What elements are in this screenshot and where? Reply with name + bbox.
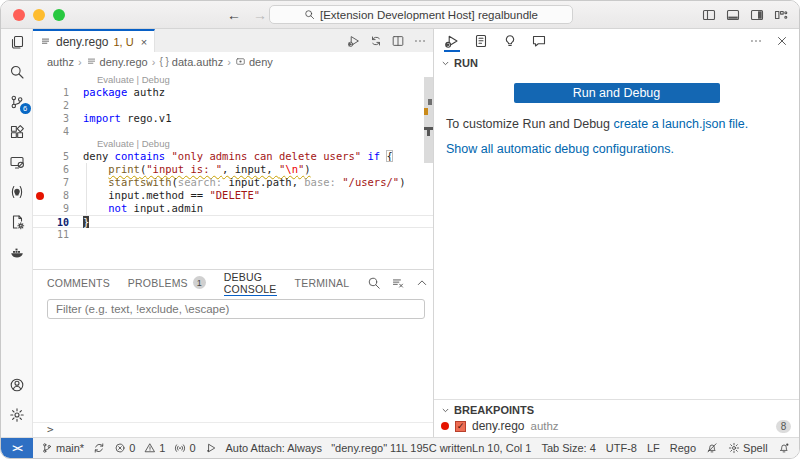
status-item-sync[interactable] — [93, 442, 105, 454]
remote-indicator[interactable]: >< — [1, 438, 33, 458]
side-panel-view-lightbulb[interactable] — [502, 30, 518, 52]
clear-console-icon[interactable] — [391, 276, 405, 290]
code-line-2[interactable] — [69, 99, 433, 112]
code-line-11[interactable] — [69, 228, 433, 241]
glyph-margin[interactable] — [33, 228, 46, 241]
close-window-button[interactable] — [13, 9, 25, 21]
run-debug-icon[interactable] — [347, 34, 361, 48]
tab-deny-rego[interactable]: deny.rego 1, U × — [33, 29, 155, 52]
side-panel-view-run-and-debug[interactable] — [444, 30, 460, 52]
activity-item-source-control[interactable]: 6 — [3, 94, 31, 110]
status-item-text-right-1[interactable]: Tab Size: 4 — [541, 442, 595, 454]
breadcrumb-item-deny[interactable]: deny — [235, 56, 273, 68]
forward-arrow-icon[interactable]: → — [253, 7, 267, 23]
glyph-margin[interactable] — [33, 216, 46, 227]
code-line-5[interactable]: deny contains "only admins can delete us… — [69, 150, 433, 163]
breadcrumb-item-deny-rego[interactable]: deny.rego — [86, 56, 148, 68]
codelens-evaluate-debug[interactable]: Evaluate | Debug — [97, 74, 170, 86]
status-item-bell-slash[interactable] — [706, 442, 718, 454]
command-center-search[interactable]: [Extension Development Host] regalbundle — [269, 5, 573, 24]
glyph-margin[interactable] — [33, 202, 46, 215]
run-section-header[interactable]: RUN — [434, 53, 799, 71]
side-panel-view-notebook[interactable] — [473, 30, 489, 52]
glyph-margin[interactable] — [33, 163, 46, 176]
glyph-margin[interactable] — [33, 150, 46, 163]
layout-panel-icon[interactable] — [725, 7, 741, 23]
glyph-margin[interactable] — [33, 112, 46, 125]
glyph-margin[interactable] — [33, 176, 46, 189]
close-tab-icon[interactable]: × — [141, 36, 147, 48]
status-item-warning[interactable]: 1 — [144, 442, 165, 454]
activity-item-opa[interactable] — [3, 184, 31, 200]
activity-item-rego-config[interactable] — [3, 214, 31, 230]
code-line-1[interactable]: package authz — [69, 86, 433, 99]
ellipsis-icon[interactable] — [749, 34, 763, 48]
code-line-6[interactable]: print("input is: ", input, "\n") — [69, 163, 433, 176]
panel-tab-label: DEBUG CONSOLE — [224, 271, 277, 295]
activity-item-extensions[interactable] — [3, 124, 31, 140]
status-item-bell[interactable] — [778, 442, 790, 454]
activity-item-settings[interactable] — [3, 407, 31, 423]
breakpoint-row[interactable]: ✓deny.regoauthz8 — [434, 418, 799, 434]
code-line-8[interactable]: input.method == "DELETE" — [69, 189, 433, 202]
side-panel-view-comments[interactable] — [531, 30, 547, 52]
status-item-ports[interactable]: 0 — [174, 442, 195, 454]
line-number: 6 — [46, 163, 69, 176]
glyph-margin[interactable] — [33, 99, 46, 112]
breakpoint-glyph[interactable] — [33, 189, 46, 202]
chevron-up-icon[interactable] — [415, 276, 429, 290]
activity-item-search[interactable] — [3, 64, 31, 80]
codelens-evaluate-debug[interactable]: Evaluate | Debug — [97, 138, 170, 150]
split-editor-icon[interactable] — [391, 34, 405, 48]
create-launch-json-link[interactable]: create a launch.json file. — [613, 117, 748, 131]
status-item-text-right-2[interactable]: UTF-8 — [606, 442, 637, 454]
activity-item-remote-explorer[interactable] — [3, 154, 31, 170]
activity-item-accounts[interactable] — [3, 377, 31, 393]
glyph-margin[interactable] — [33, 125, 46, 138]
breadcrumb-item-authz[interactable]: authz — [47, 56, 74, 68]
breadcrumb-item-data-authz[interactable]: { }data.authz — [159, 56, 223, 68]
panel-tab-debug-console[interactable]: DEBUG CONSOLE — [224, 270, 277, 296]
code-line-7[interactable]: startswith(search: input.path, base: "/u… — [69, 176, 433, 189]
code-line-4[interactable] — [69, 125, 433, 138]
search-icon[interactable] — [367, 276, 381, 290]
status-item-text-right-3[interactable]: LF — [647, 442, 660, 454]
debug-console-prompt[interactable]: > — [33, 422, 433, 437]
status-item-debug-play[interactable] — [205, 442, 217, 454]
status-item-error[interactable]: 0 — [114, 442, 135, 454]
minimize-window-button[interactable] — [33, 9, 45, 21]
glyph-margin[interactable] — [33, 86, 46, 99]
panel-tab-problems[interactable]: PROBLEMS1 — [128, 270, 206, 296]
code-line-10[interactable]: } — [69, 216, 433, 227]
breakpoint-checkbox[interactable]: ✓ — [455, 421, 466, 432]
status-item-gear[interactable]: Spell — [728, 442, 767, 454]
layout-customize-icon[interactable] — [773, 7, 789, 23]
code-editor[interactable]: Evaluate | Debug1package authz23import r… — [33, 71, 433, 269]
run-and-debug-button[interactable]: Run and Debug — [514, 83, 720, 103]
breakpoints-section: BREAKPOINTS ✓deny.regoauthz8 — [434, 399, 799, 437]
show-debug-configurations-link[interactable]: Show all automatic debug configurations. — [434, 131, 799, 156]
activity-item-explorer[interactable] — [3, 34, 31, 50]
code-line-3[interactable]: import rego.v1 — [69, 112, 433, 125]
panel-tab-comments[interactable]: COMMENTS — [47, 270, 110, 296]
ellipsis-icon[interactable] — [413, 34, 427, 48]
breakpoint-file: deny.rego — [472, 419, 524, 433]
cycle-icon[interactable] — [369, 34, 383, 48]
back-arrow-icon[interactable]: ← — [227, 7, 241, 23]
status-item-text-right-0[interactable]: Ln 10, Col 1 — [472, 442, 531, 454]
status-item-branch[interactable]: main* — [41, 442, 84, 454]
status-item-text-left-6[interactable]: Auto Attach: Always — [226, 442, 323, 454]
layout-sidebar-right-icon[interactable] — [749, 7, 765, 23]
line-number: 2 — [46, 99, 69, 112]
status-item-text-right-4[interactable]: Rego — [670, 442, 696, 454]
layout-sidebar-left-icon[interactable] — [701, 7, 717, 23]
panel-tab-terminal[interactable]: TERMINAL — [295, 270, 350, 296]
code-line-9[interactable]: not input.admin — [69, 202, 433, 215]
activity-item-docker[interactable] — [3, 244, 31, 260]
zoom-window-button[interactable] — [53, 9, 65, 21]
status-item-text-left-7[interactable]: "deny.rego" 11L 195C written — [331, 442, 472, 454]
breakpoints-section-header[interactable]: BREAKPOINTS — [434, 400, 799, 418]
braces-icon: { } — [159, 56, 168, 67]
close-icon[interactable] — [775, 34, 789, 48]
debug-console-filter-input[interactable] — [47, 299, 425, 319]
